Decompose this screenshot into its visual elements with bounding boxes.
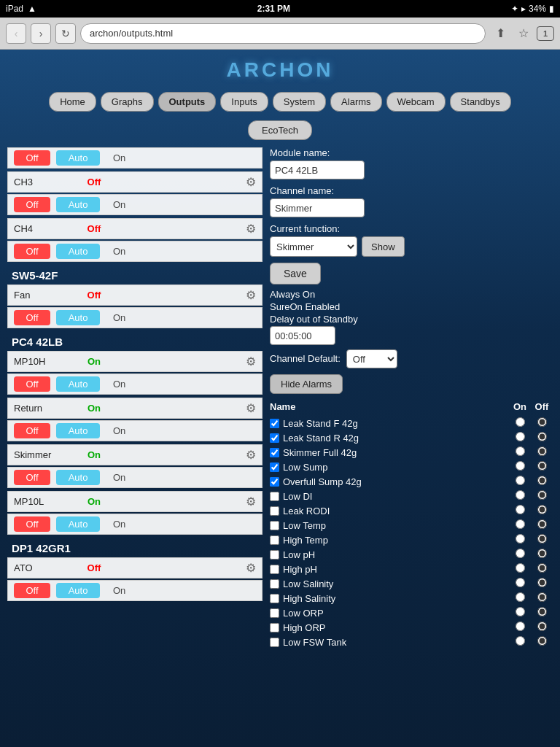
tab-count[interactable]: 1 — [537, 26, 554, 41]
alarm-check-2[interactable] — [270, 448, 279, 457]
nav-webcam[interactable]: Webcam — [386, 92, 446, 112]
alarm-radio-off-6[interactable] — [537, 505, 547, 514]
alarm-radio-on-1[interactable] — [516, 432, 525, 441]
mp10h-auto-btn[interactable]: Auto — [56, 376, 100, 392]
gear-icon-ato[interactable]: ⚙ — [246, 561, 256, 575]
alarm-radio-off-0[interactable] — [537, 417, 547, 427]
alarm-radio-on-2[interactable] — [516, 446, 525, 456]
ato-on-label[interactable]: On — [106, 583, 133, 598]
alarm-radio-on-9[interactable] — [516, 549, 525, 558]
skimmer-auto-btn[interactable]: Auto — [56, 470, 100, 485]
alarm-check-14[interactable] — [270, 623, 279, 632]
bookmark-button[interactable]: ☆ — [513, 23, 534, 44]
alarm-radio-on-10[interactable] — [516, 563, 525, 573]
alarm-check-3[interactable] — [270, 462, 279, 472]
ch4-off-btn[interactable]: Off — [14, 244, 50, 259]
nav-home[interactable]: Home — [49, 92, 96, 112]
alarm-radio-on-11[interactable] — [516, 578, 525, 587]
alarm-radio-off-8[interactable] — [537, 534, 547, 543]
fan-auto-btn[interactable]: Auto — [56, 310, 100, 325]
alarm-check-12[interactable] — [270, 594, 279, 603]
mp10h-on-label[interactable]: On — [106, 376, 133, 392]
ecotech-button[interactable]: EcoTech — [248, 120, 312, 140]
return-auto-btn[interactable]: Auto — [56, 423, 100, 438]
ch3-off-btn[interactable]: Off — [14, 197, 50, 212]
back-button[interactable]: ‹ — [6, 23, 26, 44]
alarm-check-13[interactable] — [270, 608, 279, 618]
alarm-radio-off-3[interactable] — [537, 461, 547, 471]
ch4-on-label[interactable]: On — [106, 244, 133, 259]
alarm-check-10[interactable] — [270, 565, 279, 574]
share-button[interactable]: ⬆ — [490, 23, 510, 44]
alarm-radio-off-2[interactable] — [537, 446, 547, 456]
channel-default-select[interactable]: Off On Auto — [346, 349, 397, 368]
alarm-radio-off-5[interactable] — [537, 490, 547, 500]
nav-outputs[interactable]: Outputs — [158, 92, 217, 112]
alarm-radio-on-8[interactable] — [516, 534, 525, 543]
alarm-check-6[interactable] — [270, 506, 279, 516]
alarm-radio-off-1[interactable] — [537, 432, 547, 441]
gear-icon-ch4[interactable]: ⚙ — [246, 222, 256, 236]
gear-icon-mp10h[interactable]: ⚙ — [246, 355, 256, 368]
ch4-auto-btn[interactable]: Auto — [56, 244, 100, 259]
delay-time-input[interactable] — [270, 326, 335, 345]
alarm-radio-off-15[interactable] — [537, 636, 547, 646]
reload-button[interactable]: ↻ — [55, 23, 76, 44]
alarm-radio-on-0[interactable] — [516, 417, 525, 427]
alarm-check-5[interactable] — [270, 492, 279, 501]
alarm-check-4[interactable] — [270, 477, 279, 487]
gear-icon-ch3[interactable]: ⚙ — [246, 175, 256, 189]
fan-on-label[interactable]: On — [106, 310, 133, 325]
fan-off-btn[interactable]: Off — [14, 310, 50, 325]
gear-icon-mp10l[interactable]: ⚙ — [246, 495, 256, 508]
ato-off-btn[interactable]: Off — [14, 583, 50, 598]
nav-standbys[interactable]: Standbys — [450, 92, 511, 112]
alarm-check-8[interactable] — [270, 535, 279, 545]
gear-icon-return[interactable]: ⚙ — [246, 401, 256, 415]
ch-auto-btn-0[interactable]: Auto — [56, 150, 100, 166]
alarm-radio-off-7[interactable] — [537, 519, 547, 529]
alarm-radio-on-5[interactable] — [516, 490, 525, 500]
alarm-radio-off-10[interactable] — [537, 563, 547, 573]
alarm-radio-off-11[interactable] — [537, 578, 547, 587]
ch3-auto-btn[interactable]: Auto — [56, 197, 100, 212]
function-select[interactable]: Skimmer Return Fan Always On Off — [270, 236, 357, 257]
alarm-radio-off-13[interactable] — [537, 607, 547, 616]
mp10l-on-label[interactable]: On — [106, 516, 133, 532]
alarm-check-11[interactable] — [270, 579, 279, 589]
ch-off-btn-0[interactable]: Off — [14, 150, 50, 166]
alarm-radio-on-13[interactable] — [516, 607, 525, 616]
mp10l-off-btn[interactable]: Off — [14, 516, 50, 532]
return-on-label[interactable]: On — [106, 423, 133, 438]
ato-auto-btn[interactable]: Auto — [56, 583, 100, 598]
alarm-radio-off-9[interactable] — [537, 549, 547, 558]
url-bar[interactable]: archon/outputs.html — [80, 23, 486, 44]
channel-name-input[interactable] — [270, 198, 365, 217]
alarm-check-15[interactable] — [270, 638, 279, 647]
mp10l-auto-btn[interactable]: Auto — [56, 516, 100, 532]
nav-system[interactable]: System — [273, 92, 326, 112]
alarm-radio-on-14[interactable] — [516, 622, 525, 631]
skimmer-on-label[interactable]: On — [106, 470, 133, 485]
nav-alarms[interactable]: Alarms — [330, 92, 381, 112]
mp10h-off-btn[interactable]: Off — [14, 376, 50, 392]
module-name-input[interactable] — [270, 160, 365, 179]
alarm-radio-off-4[interactable] — [537, 476, 547, 485]
alarm-check-9[interactable] — [270, 550, 279, 560]
alarm-radio-on-6[interactable] — [516, 505, 525, 514]
alarm-radio-off-12[interactable] — [537, 592, 547, 602]
skimmer-off-btn[interactable]: Off — [14, 470, 50, 485]
forward-button[interactable]: › — [31, 23, 51, 44]
alarm-radio-on-4[interactable] — [516, 476, 525, 485]
nav-inputs[interactable]: Inputs — [220, 92, 268, 112]
alarm-radio-on-15[interactable] — [516, 636, 525, 646]
ch3-on-label[interactable]: On — [106, 197, 133, 212]
alarm-check-0[interactable] — [270, 419, 279, 428]
alarm-radio-off-14[interactable] — [537, 622, 547, 631]
alarm-check-1[interactable] — [270, 433, 279, 443]
hide-alarms-button[interactable]: Hide Alarms — [270, 374, 343, 394]
alarm-check-7[interactable] — [270, 521, 279, 530]
alarm-radio-on-12[interactable] — [516, 592, 525, 602]
alarm-radio-on-7[interactable] — [516, 519, 525, 529]
show-button[interactable]: Show — [362, 236, 405, 257]
